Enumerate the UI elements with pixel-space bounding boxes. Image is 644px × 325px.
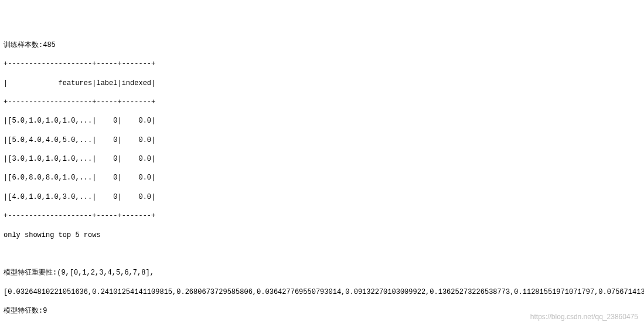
blank-line — [4, 249, 640, 259]
table-row: |[6.0,8.0,8.0,1.0,...| 0| 0.0| — [4, 173, 640, 182]
table-row: |[3.0,1.0,1.0,1.0,...| 0| 0.0| — [4, 154, 640, 164]
watermark-url: https://blog.csdn.net/qq_23860475 — [530, 312, 638, 321]
feature-importance-label: 模型特征重要性:(9,[0,1,2,3,4,5,6,7,8], — [4, 268, 640, 277]
only-top-5-note: only showing top 5 rows — [4, 231, 640, 240]
train-sample-count: 训练样本数:485 — [4, 40, 640, 50]
table-row: |[4.0,1.0,1.0,3.0,...| 0| 0.0| — [4, 192, 640, 202]
table1-separator-bottom: +--------------------+-----+-------+ — [4, 211, 640, 221]
feature-importance-values: [0.03264810221051636,0.24101254141109815… — [4, 287, 640, 297]
table-row: |[5.0,4.0,4.0,5.0,...| 0| 0.0| — [4, 136, 640, 145]
table-row: |[5.0,1.0,1.0,1.0,...| 0| 0.0| — [4, 116, 640, 126]
table1-separator-mid: +--------------------+-----+-------+ — [4, 97, 640, 107]
table1-header: | features|label|indexed| — [4, 79, 640, 88]
table1-separator-top: +--------------------+-----+-------+ — [4, 59, 640, 69]
